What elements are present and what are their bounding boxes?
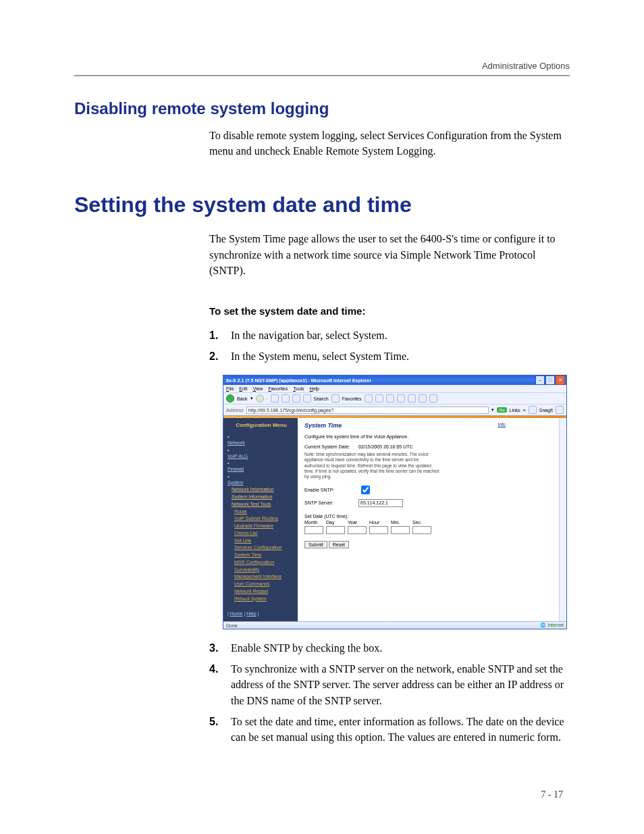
nav-network[interactable]: Network (227, 440, 295, 446)
ie-menubar: File Edit View Favorites Tools Help (223, 385, 566, 393)
config-main-panel: Info System Time Configure the system ti… (298, 418, 566, 621)
menu-favorites[interactable]: Favorites (268, 386, 288, 391)
date-grid: Month Day Year Hour Min. Sec. (304, 520, 560, 534)
search-label[interactable]: Search (314, 396, 329, 401)
stop-icon[interactable] (271, 394, 279, 402)
panel-description: Configure the system time of the Voice A… (304, 434, 560, 439)
header-rule (74, 75, 570, 76)
step-5: To set the date and time, enter informat… (209, 714, 570, 745)
section-heading-disabling: Disabling remote system logging (74, 99, 570, 118)
go-button[interactable]: Go (497, 407, 506, 413)
col-month: Month (304, 520, 317, 525)
scrollbar[interactable] (559, 418, 566, 621)
menu-help[interactable]: Help (310, 386, 319, 391)
ie-titlebar: 6x-S 2.1 (7.5 NGT-EMP) [appliance1] - Mi… (223, 375, 566, 385)
nav-system-time[interactable]: System Time (234, 552, 295, 558)
discuss-icon[interactable] (419, 394, 427, 402)
menu-edit[interactable]: Edit (239, 386, 247, 391)
step-4: To synchronize with a SNTP server on the… (209, 661, 570, 708)
nav-services-config[interactable]: Services Configuration (234, 545, 295, 551)
sidebar-title: Configuration Menu (227, 422, 295, 429)
ie-statusbar: Done 🌐 Internet (223, 621, 566, 629)
reset-button[interactable]: Reset (329, 541, 349, 548)
nav-route[interactable]: Route (234, 509, 295, 515)
home-icon[interactable] (292, 394, 300, 402)
close-button[interactable]: × (556, 375, 565, 385)
info-link[interactable]: Info (498, 422, 506, 427)
year-input[interactable] (348, 526, 367, 534)
min-input[interactable] (391, 526, 410, 534)
menu-tools[interactable]: Tools (293, 386, 304, 391)
refresh-icon[interactable] (281, 394, 290, 402)
nav-network-restart[interactable]: Network Restart (234, 589, 295, 595)
back-icon[interactable] (226, 394, 234, 402)
messenger-icon[interactable] (429, 394, 437, 402)
print-icon[interactable] (397, 394, 405, 402)
col-year: Year (348, 520, 357, 525)
minimize-button[interactable]: – (535, 375, 545, 385)
nav-network-test[interactable]: Network Test Tools (232, 502, 295, 508)
favorites-icon[interactable] (331, 394, 340, 402)
sntp-server-input[interactable] (358, 499, 403, 507)
hour-input[interactable] (369, 526, 388, 534)
menu-file[interactable]: File (226, 386, 234, 391)
nav-system-info[interactable]: System Information (232, 494, 295, 500)
snagit-icon[interactable] (529, 406, 537, 414)
col-day: Day (326, 520, 334, 525)
menu-view[interactable]: View (252, 386, 263, 391)
nav-msr-config[interactable]: MSR Configuration (234, 560, 295, 566)
maximize-button[interactable]: □ (545, 375, 555, 385)
enable-sntp-checkbox[interactable] (361, 486, 370, 494)
section2-intro: The System Time page allows the user to … (209, 231, 570, 278)
sync-note: Note: time synchronization may take seve… (304, 452, 439, 479)
step-3: Enable SNTP by checking the box. (209, 640, 570, 656)
nav-help[interactable]: Help (246, 611, 256, 616)
nav-clients-list[interactable]: Clients List (234, 531, 295, 537)
submit-button[interactable]: Submit (304, 541, 327, 548)
address-dropdown-icon[interactable]: ▾ (491, 407, 494, 413)
forward-icon[interactable] (256, 394, 264, 402)
sntp-server-label: SNTP Server: (304, 500, 354, 505)
procedure-title: To set the system date and time: (209, 305, 570, 317)
col-min: Min. (391, 520, 400, 525)
panel-title: System Time (304, 422, 560, 429)
address-label: Address (226, 408, 244, 413)
running-header: Administrative Options (74, 61, 570, 75)
day-input[interactable] (326, 526, 345, 534)
favorites-label[interactable]: Favorites (342, 396, 362, 401)
history-icon[interactable] (375, 394, 383, 402)
nav-survivability[interactable]: Survivability (234, 567, 295, 573)
back-label[interactable]: Back (237, 396, 248, 401)
nav-set-link[interactable]: Set Link (234, 538, 295, 544)
media-icon[interactable] (365, 394, 373, 402)
links-label[interactable]: Links (510, 408, 520, 413)
nav-firewall[interactable]: Firewall (227, 467, 295, 473)
month-input[interactable] (304, 526, 323, 534)
edit-icon[interactable] (408, 394, 416, 402)
nav-voip-alg[interactable]: VoIP ALG (227, 454, 295, 460)
nav-mgmt-interface[interactable]: Management Interface (234, 574, 295, 580)
snagit-extra-icon[interactable] (556, 406, 564, 414)
nav-system[interactable]: System (227, 480, 295, 486)
mail-icon[interactable] (386, 394, 394, 402)
enable-sntp-label: Enable SNTP: (304, 488, 354, 492)
nav-upgrade-firmware[interactable]: Upgrade Firmware (234, 523, 295, 529)
status-done: Done (226, 623, 238, 628)
step-list: In the navigation bar, select System. In… (209, 328, 570, 364)
nav-voip-subnet[interactable]: VoIP Subnet Routing (234, 516, 295, 522)
snagit-label[interactable]: SnagIt (539, 408, 553, 413)
section-heading-datetime: Setting the system date and time (74, 192, 570, 217)
sec-input[interactable] (412, 526, 431, 534)
screenshot-figure: 6x-S 2.1 (7.5 NGT-EMP) [appliance1] - Mi… (223, 375, 570, 629)
search-icon[interactable] (303, 394, 311, 402)
ie-window: 6x-S 2.1 (7.5 NGT-EMP) [appliance1] - Mi… (223, 375, 567, 629)
nav-user-commands[interactable]: User Commands (234, 581, 295, 588)
nav-network-info[interactable]: Network Information (232, 487, 295, 493)
col-sec: Sec. (412, 520, 422, 525)
address-input[interactable]: http://69.5.186.175/cgi-bin/config.pages… (246, 407, 489, 414)
col-hour: Hour (369, 520, 379, 525)
ie-addressbar: Address http://69.5.186.175/cgi-bin/conf… (223, 405, 566, 416)
step-list-continued: Enable SNTP by checking the box. To sync… (209, 640, 570, 745)
nav-home[interactable]: Home (230, 611, 243, 616)
nav-reboot-system[interactable]: Reboot System (234, 596, 295, 602)
